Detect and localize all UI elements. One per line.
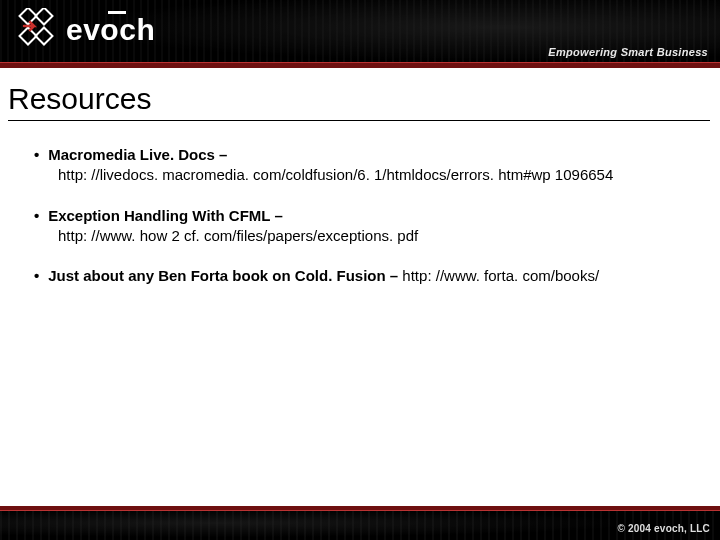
logo-icon	[14, 8, 58, 52]
resource-link: http: //livedocs. macromedia. com/coldfu…	[34, 165, 694, 185]
title-underline	[8, 120, 710, 121]
resource-item: • Exception Handling With CFML – http: /…	[34, 206, 694, 247]
brand-macro-bar	[108, 11, 126, 14]
slide-header: evoch Empowering Smart Business	[0, 0, 720, 68]
footer-accent-bar	[0, 506, 720, 511]
slide-body: • Macromedia Live. Docs – http: //livedo…	[0, 125, 720, 286]
svg-rect-2	[20, 28, 37, 45]
resource-label-text: Just about any Ben Forta book on Cold. F…	[48, 267, 398, 284]
brand: evoch	[14, 8, 155, 52]
slide-footer: © 2004 evoch, LLC	[0, 506, 720, 540]
tagline: Empowering Smart Business	[548, 46, 708, 58]
svg-rect-3	[36, 28, 53, 45]
resource-item: • Macromedia Live. Docs – http: //livedo…	[34, 145, 694, 186]
title-area: Resources	[0, 68, 720, 125]
resource-link: http: //www. how 2 cf. com/files/papers/…	[34, 226, 694, 246]
resource-label: • Macromedia Live. Docs –	[34, 145, 694, 165]
svg-rect-1	[36, 8, 53, 24]
svg-rect-0	[20, 8, 37, 24]
brand-name: evoch	[66, 13, 155, 47]
slide-title: Resources	[8, 82, 710, 116]
copyright: © 2004 evoch, LLC	[618, 523, 710, 534]
resource-label: • Exception Handling With CFML –	[34, 206, 694, 226]
brand-text: evoch	[66, 13, 155, 46]
resource-label-text: Macromedia Live. Docs –	[48, 146, 227, 163]
resource-item: • Just about any Ben Forta book on Cold.…	[34, 266, 694, 286]
slide: evoch Empowering Smart Business Resource…	[0, 0, 720, 540]
header-accent-bar	[0, 62, 720, 68]
resource-link: http: //www. forta. com/books/	[402, 267, 599, 284]
resource-label-text: Exception Handling With CFML –	[48, 207, 283, 224]
resource-label: • Just about any Ben Forta book on Cold.…	[34, 266, 694, 286]
